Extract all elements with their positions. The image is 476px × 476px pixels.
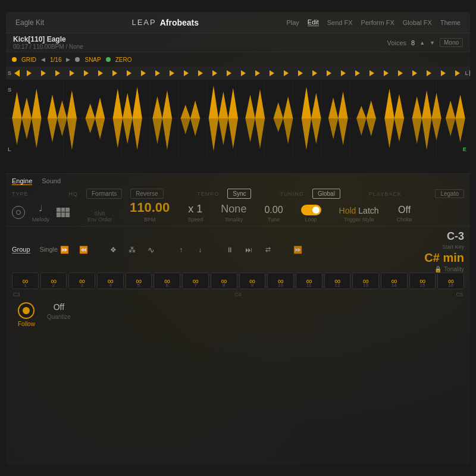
engine-controls: ♩ Melody Shift Env Order 110.00 BPM: [12, 200, 464, 223]
latch-text[interactable]: Latch: [358, 206, 378, 215]
nav-play[interactable]: Play: [286, 19, 299, 26]
bpm-value[interactable]: 110.00: [130, 200, 170, 215]
pad-11[interactable]: ∞ 11: [296, 273, 322, 289]
fast-back-btn[interactable]: ⏪: [77, 243, 90, 256]
env-order-label: Env Order: [87, 217, 112, 223]
sync-button[interactable]: Sync: [227, 189, 251, 199]
up-btn[interactable]: ↑: [174, 243, 187, 256]
pad-12[interactable]: ∞ 12: [324, 273, 351, 289]
pad-num-16: 16: [448, 283, 453, 288]
pad-5[interactable]: ∞ 5: [126, 273, 152, 289]
tab-single[interactable]: Single: [40, 246, 58, 253]
global-button[interactable]: Global: [312, 189, 340, 199]
svg-text:L: L: [8, 146, 11, 152]
pause-btn[interactable]: ⏸: [223, 243, 236, 256]
pad-9[interactable]: ∞ 9: [239, 273, 266, 289]
nav-perform-fx[interactable]: Perform FX: [361, 19, 394, 26]
voices-up[interactable]: ▲: [419, 40, 425, 46]
play-arrow-26: [384, 70, 389, 76]
pad-2[interactable]: ∞ 2: [40, 273, 67, 289]
pad-4[interactable]: ∞ 4: [97, 273, 124, 289]
arrows-track[interactable]: [6, 67, 470, 80]
group-tonality-value[interactable]: C# min: [424, 251, 464, 265]
start-key-value[interactable]: C-3: [447, 230, 464, 243]
choke-group: Off Choke: [397, 205, 412, 223]
type-icons: ♩ Melody: [12, 202, 70, 223]
voices-value: 8: [411, 39, 415, 46]
type-melody[interactable]: ♩ Melody: [32, 202, 49, 223]
play-arrow-11: [170, 70, 174, 76]
nav-send-fx[interactable]: Send FX: [327, 19, 353, 26]
instrument-name: Kick[110] Eagle: [13, 35, 83, 43]
down-btn[interactable]: ↓: [193, 243, 206, 256]
start-key-label: Start Key: [442, 244, 464, 250]
play-arrow-1: [27, 70, 32, 76]
start-marker: [14, 70, 20, 77]
quantize-value[interactable]: Off: [54, 302, 64, 312]
tonality-row: 🔒 Tonality: [434, 266, 464, 273]
waveform-main[interactable]: S L E: [6, 80, 470, 157]
pad-13[interactable]: ∞ 13: [352, 273, 379, 289]
pad-8[interactable]: ∞ 8: [211, 273, 237, 289]
play-arrow-31: [455, 70, 460, 76]
lock-icon: 🔒: [434, 266, 441, 273]
choke-value[interactable]: Off: [398, 205, 411, 215]
grid-left[interactable]: ◀: [41, 57, 45, 62]
grid-dot: [12, 57, 17, 62]
play-arrow-23: [341, 70, 346, 76]
waveform-svg: S L E: [6, 80, 470, 157]
loop-toggle[interactable]: [301, 205, 321, 215]
pad-10[interactable]: ∞ 10: [267, 273, 294, 289]
loop-group: Loop: [301, 205, 321, 223]
tonality-value[interactable]: None: [221, 203, 246, 215]
type-circle[interactable]: [12, 206, 25, 219]
grid-bar: GRID ◀ 1/16 ▶ SNAP ZERO: [6, 52, 470, 67]
wave-btn[interactable]: ∿: [145, 243, 158, 256]
snap-dot: [75, 57, 80, 62]
pad-7[interactable]: ∞ 7: [182, 273, 209, 289]
playback-label: PLAYBACK: [369, 191, 402, 197]
pad-6[interactable]: ∞ 6: [154, 273, 180, 289]
play-arrow-27: [398, 70, 403, 76]
tab-sound[interactable]: Sound: [42, 177, 61, 185]
mono-button[interactable]: Mono: [440, 38, 463, 47]
pattern-btn1[interactable]: ❖: [107, 243, 120, 256]
tab-group[interactable]: Group: [12, 246, 30, 253]
afrobeats-text: Afrobeats: [160, 18, 199, 27]
legato-button[interactable]: Legato: [435, 189, 464, 198]
play-arrow-22: [327, 70, 331, 76]
shuffle-btn[interactable]: ⇄: [261, 243, 274, 256]
pad-15[interactable]: ∞ 15: [409, 273, 436, 289]
pad-label-c3: C3: [13, 292, 20, 298]
tab-engine[interactable]: Engine: [12, 177, 32, 185]
pad-14[interactable]: ∞ 14: [381, 273, 408, 289]
snap-label: SNAP: [84, 57, 101, 63]
waveform-section: S: [6, 67, 470, 174]
tonality-label: Tonality: [225, 217, 243, 223]
app-title: LEAP Afrobeats: [131, 18, 199, 27]
hold-text[interactable]: Hold: [339, 206, 356, 215]
nav-theme[interactable]: Theme: [440, 19, 461, 26]
start-key-section: C-3 Start Key C# min 🔒 Tonality: [424, 230, 464, 273]
grid-right[interactable]: ▶: [66, 57, 70, 62]
reverse-button[interactable]: Reverse: [130, 189, 163, 199]
pad-16[interactable]: ∞ 16: [437, 273, 464, 289]
nav-global-fx[interactable]: Global FX: [403, 19, 432, 26]
pattern-btn2[interactable]: ⁂: [126, 243, 139, 256]
nav-edit[interactable]: Edit: [308, 18, 319, 26]
pause2-btn[interactable]: ⏭: [242, 243, 255, 256]
pad-1[interactable]: ∞ 1: [12, 273, 39, 289]
tune-value[interactable]: 0.00: [264, 205, 283, 215]
voices-down[interactable]: ▼: [430, 40, 435, 46]
formants-button[interactable]: Formants: [86, 189, 122, 199]
speed-value[interactable]: x 1: [188, 203, 202, 215]
follow-button[interactable]: [18, 302, 35, 319]
fast-forward-btn[interactable]: ⏩: [58, 243, 71, 256]
pad-3[interactable]: ∞ 3: [68, 273, 95, 289]
hq-label: HQ: [69, 191, 79, 197]
grid-value: 1/16: [50, 57, 61, 63]
play-arrow-29: [427, 70, 431, 76]
speed-label: Speed: [187, 217, 203, 223]
next-btn[interactable]: ⏩: [291, 243, 304, 256]
type-grid[interactable]: [57, 208, 70, 217]
